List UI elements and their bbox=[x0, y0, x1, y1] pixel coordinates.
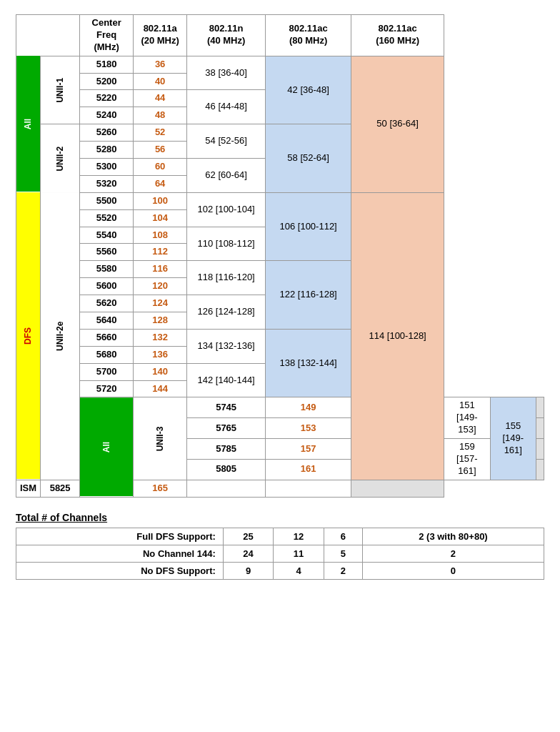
table-row: 5660 132 134 [132-136] 138 [132-144] bbox=[16, 329, 544, 346]
summary-row-no-144: No Channel 144: 24 11 5 2 bbox=[16, 545, 544, 562]
summary-label-full-dfs: Full DFS Support: bbox=[16, 528, 224, 545]
summary-val-no-144-4: 2 bbox=[362, 545, 544, 562]
summary-val-full-dfs-3: 6 bbox=[324, 528, 362, 545]
table-row: UNII-2 5260 52 54 [52-56] 58 [52-64] bbox=[16, 124, 544, 142]
summary-title: Total # of Channels bbox=[16, 512, 544, 523]
unii2-label: UNII-2 bbox=[41, 124, 80, 193]
summary-val-no-dfs-4: 0 bbox=[362, 562, 544, 579]
header-80211ac80: 802.11ac(80 MHz) bbox=[266, 15, 351, 56]
summary-val-no-dfs-1: 9 bbox=[223, 562, 273, 579]
ism-label: ISM bbox=[16, 480, 41, 497]
summary-val-no-144-3: 5 bbox=[324, 545, 362, 562]
summary-val-no-144-2: 11 bbox=[274, 545, 324, 562]
header-80211ac160: 802.11ac(160 MHz) bbox=[351, 15, 444, 56]
dfs-label: DFS bbox=[16, 192, 41, 480]
table-row: All UNII-3 5745 149 151 [149-153] 155 [1… bbox=[16, 397, 544, 418]
unii2e-label: UNII-2e bbox=[41, 192, 80, 480]
summary-val-no-144-1: 24 bbox=[223, 545, 273, 562]
header-row: CenterFreq (MHz) 802.11a(20 MHz) 802.11n… bbox=[16, 15, 544, 56]
unii3-label: UNII-3 bbox=[134, 397, 187, 480]
frequency-table: CenterFreq (MHz) 802.11a(20 MHz) 802.11n… bbox=[16, 14, 544, 498]
all-label: All bbox=[16, 56, 41, 192]
header-center-freq: CenterFreq (MHz) bbox=[80, 15, 134, 56]
summary-label-no-144: No Channel 144: bbox=[16, 545, 224, 562]
table-row: All UNII-1 5180 36 38 [36-40] 42 [36-48]… bbox=[16, 56, 544, 73]
summary-label-no-dfs: No DFS Support: bbox=[16, 562, 224, 579]
table-row: 5580 116 118 [116-120] 122 [116-128] bbox=[16, 261, 544, 278]
table-row: DFS UNII-2e 5500 100 102 [100-104] 106 [… bbox=[16, 192, 544, 209]
summary-val-no-dfs-2: 4 bbox=[274, 562, 324, 579]
unii1-label: UNII-1 bbox=[41, 56, 80, 124]
summary-section: Total # of Channels Full DFS Support: 25… bbox=[16, 512, 544, 580]
header-80211n: 802.11n(40 MHz) bbox=[187, 15, 266, 56]
summary-val-no-dfs-3: 2 bbox=[324, 562, 362, 579]
header-80211a: 802.11a(20 MHz) bbox=[134, 15, 187, 56]
summary-row-full-dfs: Full DFS Support: 25 12 6 2 (3 with 80+8… bbox=[16, 528, 544, 545]
summary-row-no-dfs: No DFS Support: 9 4 2 0 bbox=[16, 562, 544, 579]
summary-val-full-dfs-4: 2 (3 with 80+80) bbox=[362, 528, 544, 545]
summary-table: Full DFS Support: 25 12 6 2 (3 with 80+8… bbox=[16, 528, 544, 580]
all2-label: All bbox=[80, 397, 134, 497]
summary-val-full-dfs-1: 25 bbox=[223, 528, 273, 545]
summary-val-full-dfs-2: 12 bbox=[274, 528, 324, 545]
